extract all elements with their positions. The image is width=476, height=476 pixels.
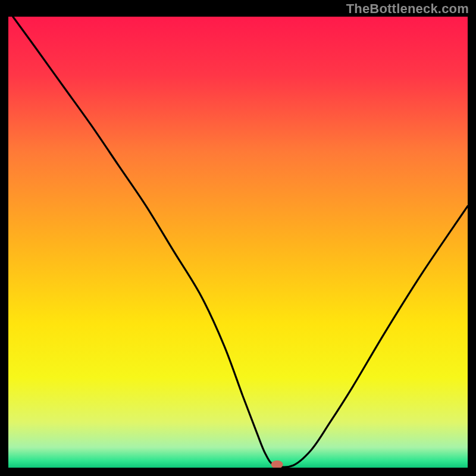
chart-stage: TheBottleneck.com [0,0,476,476]
watermark-label: TheBottleneck.com [346,1,469,17]
plot-area [8,17,468,468]
gradient-background [8,17,468,468]
bottleneck-chart [8,17,468,468]
